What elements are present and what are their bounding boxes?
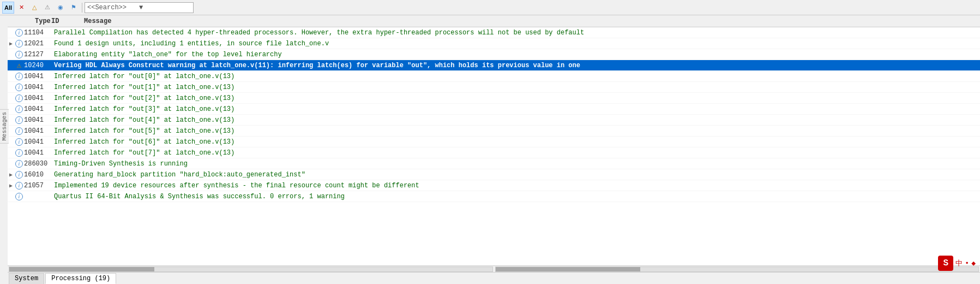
row-message: Generating hard_block partition "hard_bl… xyxy=(54,171,980,179)
messages-side-label: Messages xyxy=(0,109,9,144)
warn-filter-button[interactable]: △ xyxy=(28,2,40,14)
info-icon: i xyxy=(14,72,24,80)
toolbar: All ✕ △ ⚠ ◉ ⚑ <<Search>> ▼ xyxy=(0,0,980,15)
row-id: 12127 xyxy=(24,51,54,58)
branding-dot: • xyxy=(965,259,969,268)
info-icon: i xyxy=(14,181,24,190)
table-row[interactable]: i10041Inferred latch for "out[2]" at lat… xyxy=(8,93,980,104)
scroll-thumb-left xyxy=(9,267,154,271)
info-icon: i xyxy=(14,159,24,168)
table-row[interactable]: i10041Inferred latch for "out[1]" at lat… xyxy=(8,82,980,93)
info-filter-button[interactable]: ⚠ xyxy=(41,2,53,14)
row-message: Inferred latch for "out[5]" at latch_one… xyxy=(54,127,980,135)
info-icon: i xyxy=(14,105,24,113)
toolbar-divider xyxy=(82,3,82,13)
scrollbar-area[interactable] xyxy=(8,265,980,272)
row-id: 10041 xyxy=(24,84,54,91)
expand-icon[interactable]: ▶ xyxy=(8,182,14,189)
info-icon: i xyxy=(14,116,24,124)
expand-icon[interactable]: ▶ xyxy=(8,40,14,47)
info-icon: i xyxy=(14,50,24,58)
flag-filter-button[interactable]: ⚑ xyxy=(68,2,80,14)
info-icon: i xyxy=(14,149,24,157)
row-id: 10041 xyxy=(24,138,54,146)
bottom-tabs: System Processing (19) xyxy=(8,272,980,284)
row-message: Inferred latch for "out[3]" at latch_one… xyxy=(54,105,980,113)
row-message: Parallel Compilation has detected 4 hype… xyxy=(54,29,980,37)
info-icon: i xyxy=(14,127,24,135)
info-icon: i xyxy=(14,83,24,91)
table-row[interactable]: ▶i16010Generating hard_block partition "… xyxy=(8,169,980,180)
row-message: Inferred latch for "out[1]" at latch_one… xyxy=(54,84,980,91)
expand-icon[interactable]: ▶ xyxy=(8,171,14,178)
search-placeholder: <<Search>> xyxy=(87,4,139,11)
row-message: Verilog HDL Always Construct warning at … xyxy=(54,62,980,69)
info-icon: i xyxy=(14,28,24,37)
row-message: Inferred latch for "out[2]" at latch_one… xyxy=(54,94,980,102)
table-row[interactable]: i10041Inferred latch for "out[7]" at lat… xyxy=(8,147,980,158)
horizontal-scrollbar-left[interactable] xyxy=(9,267,493,272)
branding-diamond: ◆ xyxy=(971,259,976,268)
search-dropdown[interactable]: <<Search>> ▼ xyxy=(85,2,194,13)
branding: S 中 • ◆ xyxy=(938,256,976,271)
table-row[interactable]: i10041Inferred latch for "out[5]" at lat… xyxy=(8,126,980,137)
table-row[interactable]: i10041Inferred latch for "out[4]" at lat… xyxy=(8,115,980,126)
row-id: 10041 xyxy=(24,73,54,80)
table-header: Type ID Message xyxy=(8,15,980,27)
row-message: Inferred latch for "out[6]" at latch_one… xyxy=(54,138,980,146)
main-area: Type ID Message i11104Parallel Compilati… xyxy=(8,15,980,284)
row-id: 10041 xyxy=(24,149,54,157)
scroll-thumb-right xyxy=(496,267,641,271)
row-id: 16010 xyxy=(24,171,54,179)
note-filter-button[interactable]: ◉ xyxy=(55,2,67,14)
row-message: Inferred latch for "out[4]" at latch_one… xyxy=(54,116,980,124)
tab-system[interactable]: System xyxy=(9,273,44,284)
row-message: Found 1 design units, including 1 entiti… xyxy=(54,40,980,48)
table-row[interactable]: i10041Inferred latch for "out[3]" at lat… xyxy=(8,104,980,115)
s-logo: S xyxy=(938,256,953,271)
error-filter-button[interactable]: ✕ xyxy=(15,2,27,14)
row-id: 10041 xyxy=(24,94,54,102)
row-message: Elaborating entity "latch_one" for the t… xyxy=(54,51,980,58)
row-id: 10240 xyxy=(24,62,54,69)
row-message: Inferred latch for "out[0]" at latch_one… xyxy=(54,73,980,80)
info-icon: i xyxy=(14,94,24,102)
row-message: Timing-Driven Synthesis is running xyxy=(54,160,980,168)
tab-processing[interactable]: Processing (19) xyxy=(45,273,116,284)
table-row[interactable]: i10041Inferred latch for "out[0]" at lat… xyxy=(8,71,980,82)
table-row[interactable]: i10041Inferred latch for "out[6]" at lat… xyxy=(8,137,980,147)
row-id: 10041 xyxy=(24,127,54,135)
row-id: 11104 xyxy=(24,29,54,37)
row-id: 10041 xyxy=(24,116,54,124)
table-row[interactable]: ▶i12021Found 1 design units, including 1… xyxy=(8,38,980,49)
info-icon: i xyxy=(14,39,24,48)
info-icon: i xyxy=(14,192,24,200)
row-id: 286030 xyxy=(24,160,54,168)
chevron-down-icon: ▼ xyxy=(139,4,191,11)
table-row[interactable]: ⚠10240Verilog HDL Always Construct warni… xyxy=(8,60,980,71)
table-row[interactable]: i11104Parallel Compilation has detected … xyxy=(8,27,980,38)
row-id: 12021 xyxy=(24,40,54,48)
col-id-header: ID xyxy=(51,17,84,25)
col-type-header: Type xyxy=(24,17,51,25)
row-message: Implemented 19 device resources after sy… xyxy=(54,182,980,190)
info-icon: i xyxy=(14,170,24,179)
warning-icon: ⚠ xyxy=(14,61,24,70)
col-msg-header: Message xyxy=(84,17,980,25)
all-filter-button[interactable]: All xyxy=(2,2,14,14)
table-row[interactable]: i Quartus II 64-Bit Analysis & Synthesis… xyxy=(8,191,980,202)
table-row[interactable]: i12127Elaborating entity "latch_one" for… xyxy=(8,49,980,60)
table-row[interactable]: ▶i21057Implemented 19 device resources a… xyxy=(8,180,980,191)
table-row[interactable]: i286030Timing-Driven Synthesis is runnin… xyxy=(8,158,980,169)
row-message: Quartus II 64-Bit Analysis & Synthesis w… xyxy=(54,193,980,200)
info-icon: i xyxy=(14,138,24,146)
branding-chinese: 中 xyxy=(955,258,963,268)
horizontal-scrollbar-right[interactable] xyxy=(495,267,979,272)
row-id: 21057 xyxy=(24,182,54,190)
log-container[interactable]: i11104Parallel Compilation has detected … xyxy=(8,27,980,265)
row-id: 10041 xyxy=(24,105,54,113)
row-message: Inferred latch for "out[7]" at latch_one… xyxy=(54,149,980,157)
